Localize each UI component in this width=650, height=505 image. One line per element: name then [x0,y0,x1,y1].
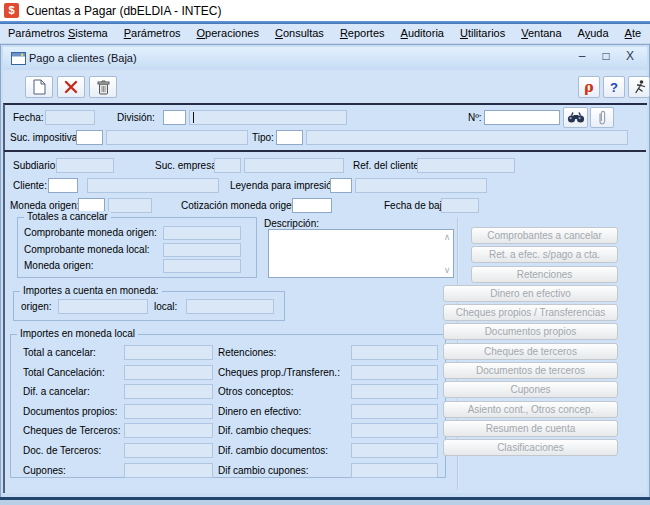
minimize-button[interactable]: – [575,49,589,63]
doc-de-terceros-label: Doc. de Terceros: [23,445,101,456]
menu-item-reportes[interactable]: Reportes [332,24,393,43]
menu-bar: Parámetros SistemaParámetrosOperacionesC… [0,24,650,43]
close-button[interactable]: X [623,49,637,63]
total-a-cancelar-input [124,345,213,360]
origen-label: origen: [21,301,52,312]
menu-label-post: istema [75,27,107,39]
cheques-propios-transferencias-button[interactable]: Cheques propios / Transferencias [443,304,618,321]
menu-item-utilitarios[interactable]: Utilitarios [452,24,513,43]
menu-item-ate[interactable]: Ate [617,24,650,43]
fecha-input [45,110,95,125]
retenciones-button[interactable]: Retenciones [471,266,618,283]
retenciones-input [351,345,438,360]
cliente-code-input[interactable] [48,178,78,193]
menu-label-pre: A [578,27,585,39]
menu-label-post: te [632,27,641,39]
suc-impositiva-label: Suc. impositiva: [10,132,80,143]
leyenda-label: Leyenda para impresión: [230,180,340,191]
maximize-button[interactable]: □ [599,49,613,63]
exit-button[interactable] [628,76,650,98]
leyenda-code-input[interactable] [330,178,352,193]
descripcion-label: Descripción: [264,218,319,229]
importe-origen-input [58,299,148,314]
menu-item-parametros[interactable]: Parámetros [116,24,189,43]
menu-label-post: peraciones [205,27,259,39]
new-record-button[interactable] [25,76,53,98]
cupones-label: Cupones: [23,465,66,476]
main-window-title: Cuentas a Pagar (dbELDIA - INTEC) [26,4,221,18]
red-rho-icon: ρ [584,79,593,95]
menu-label-post: eportes [348,27,385,39]
cheques-de-terceros-button[interactable]: Cheques de terceros [443,343,618,360]
help-button[interactable]: ? [603,76,625,98]
desktop-strip [0,500,650,505]
dinero-en-efectivo-button[interactable]: Dinero en efectivo [443,285,618,302]
menu-item-auditoria[interactable]: Auditoria [393,24,452,43]
fecha-label: Fecha: [13,112,44,123]
suc-impositiva-desc-input [106,130,248,145]
comprobante-moneda-origen-input [163,226,241,240]
nro-label: Nº: [468,112,482,123]
comprobante-moneda-local-label: Comprobante moneda local: [24,244,150,255]
cancel-record-button[interactable] [57,76,85,98]
dif-cambio-cupones-input [351,463,438,478]
menu-item-ventana[interactable]: Ventana [513,24,569,43]
nro-input[interactable] [484,110,560,125]
menu-label-mnemonic: A [625,27,632,39]
otros-conceptos-label: Otros conceptos: [218,386,294,397]
help-question-icon: ? [610,80,618,95]
menu-label-post: uditoria [408,27,444,39]
search-button[interactable] [563,107,588,128]
cotizacion-input[interactable] [292,198,332,213]
cliente-name-input [87,178,219,193]
menu-label-mnemonic: O [197,27,206,39]
text-caret [193,112,194,123]
child-window-title: Pago a clientes (Baja) [29,52,137,64]
attachment-button[interactable] [590,107,614,128]
running-person-icon [632,79,647,95]
moneda-origen-label: Moneda origen: [10,200,80,211]
menu-label-mnemonic: U [460,27,468,39]
filter-rho-button[interactable]: ρ [578,76,600,98]
app-dollar-icon: $ [4,3,19,18]
suc-empresa-desc-input [244,158,344,173]
resumen-de-cuenta-button[interactable]: Resumen de cuenta [443,420,618,437]
dif-cambio-documentos-label: Dif. cambio documentos: [218,445,328,456]
menu-item-operaciones[interactable]: Operaciones [189,24,267,43]
descripcion-textarea[interactable] [268,229,454,278]
importes-local-group: Importes en moneda local Total a cancela… [10,334,446,478]
cupones-button[interactable]: Cupones [443,381,618,398]
division-name-input [189,110,347,125]
menu-label-post: entana [528,27,562,39]
new-document-icon [32,79,46,95]
menu-item-consultas[interactable]: Consultas [267,24,332,43]
separator-line [4,150,646,152]
division-code-input[interactable] [163,110,186,125]
moneda-origen-label: Moneda origen: [24,260,94,271]
cupones-input [124,463,213,478]
menu-label-post: tilitarios [468,27,505,39]
menu-label-mnemonic: P [124,27,131,39]
documentos-propios-button[interactable]: Documentos propios [443,323,618,340]
menu-label-post: uda [590,27,608,39]
moneda-origen-input [163,259,241,273]
importe-local-input [186,299,274,314]
menu-item-ayuda[interactable]: Ayuda [570,24,617,43]
tipo-input[interactable] [276,130,303,145]
comprobantes-a-cancelar-button[interactable]: Comprobantes a cancelar [471,227,618,244]
menu-item-parametros-sistema[interactable]: Parámetros Sistema [0,24,116,43]
menu-label-mnemonic: R [340,27,348,39]
documentos-propios-input [124,404,213,419]
suc-impositiva-input[interactable] [76,130,103,145]
clasificaciones-button[interactable]: Clasificaciones [443,439,618,456]
cheques-de-terceros-input [124,423,213,438]
asiento-cont-otros-concep-button[interactable]: Asiento cont., Otros concep. [443,401,618,418]
delete-record-button[interactable] [89,76,117,98]
ret-a-efec-s-pago-a-cta-button[interactable]: Ret. a efec. s/pago a cta. [471,246,618,263]
menu-label-mnemonic: C [275,27,283,39]
trash-icon [97,80,110,95]
cheques-prop-transferen-input [351,365,438,380]
totales-group: Totales a cancelar Comprobante moneda or… [17,217,257,278]
documentos-de-terceros-button[interactable]: Documentos de terceros [443,362,618,379]
cheques-de-terceros-label: Cheques de Terceros: [23,425,121,436]
